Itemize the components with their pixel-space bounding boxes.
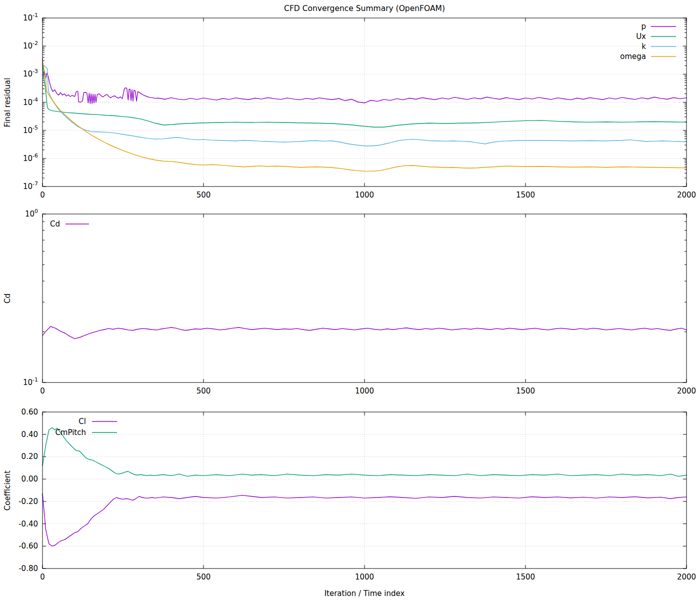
cfd-convergence-figure: 050010001500200010-110-210-310-410-510-6…	[0, 0, 700, 600]
coefficients-y-tick-label: -0.20	[18, 497, 38, 506]
residuals-y-tick-label: 10-3	[23, 68, 38, 78]
residuals-y-tick-label: 10-4	[23, 96, 38, 107]
figure-title: CFD Convergence Summary (OpenFOAM)	[284, 4, 445, 13]
residuals-series-p	[42, 59, 686, 104]
residuals-series-omega	[42, 61, 686, 172]
residuals-x-tick-label: 500	[196, 190, 211, 200]
residuals-series-k	[42, 64, 686, 146]
residuals-x-tick-label: 1500	[516, 190, 535, 200]
cd-x-tick-label: 0	[40, 386, 45, 396]
residuals-y-axis-label: Final residual	[3, 78, 12, 128]
coefficients-y-tick-label: -0.40	[18, 520, 38, 528]
cd-x-tick-label: 1500	[516, 386, 535, 396]
coefficients-x-tick-label: 1500	[516, 572, 535, 582]
residuals-legend-label-omega: omega	[620, 52, 646, 61]
residuals-x-tick-label: 0	[40, 190, 45, 200]
coefficients-x-tick-label: 500	[196, 572, 211, 582]
cd-series-Cd	[42, 326, 686, 338]
cd-y-tick-label: 100	[25, 208, 38, 218]
cd-y-tick-label: 10-1	[23, 376, 38, 387]
coefficients-y-tick-label: 0.60	[22, 408, 38, 416]
cd-x-tick-label: 500	[196, 386, 211, 396]
coefficients-x-tick-label: 2000	[677, 572, 696, 582]
residuals-panel: 050010001500200010-110-210-310-410-510-6…	[23, 12, 696, 200]
cd-y-axis-label: Cd	[3, 294, 12, 304]
residuals-y-tick-label: 10-1	[23, 12, 38, 22]
coefficients-y-axis-label: Coefficient	[3, 470, 12, 511]
coefficients-panel: 05001000150020000.600.400.200.00-0.20-0.…	[18, 408, 696, 582]
cd-legend-label-Cd: Cd	[50, 220, 60, 228]
coefficients-y-tick-label: -0.80	[18, 564, 38, 573]
residuals-y-tick-label: 10-5	[23, 124, 38, 135]
coefficients-legend-label-CmPitch: CmPitch	[55, 428, 86, 437]
residuals-y-tick-label: 10-7	[23, 180, 38, 191]
coefficients-y-tick-label: 0.20	[22, 452, 38, 461]
cd-x-tick-label: 2000	[677, 386, 696, 396]
cd-x-tick-label: 1000	[355, 386, 374, 396]
residuals-legend-label-p: p	[641, 22, 646, 31]
residuals-x-tick-label: 2000	[677, 190, 696, 200]
coefficients-y-tick-label: 0.00	[22, 474, 38, 484]
coefficients-y-tick-label: -0.60	[18, 542, 38, 550]
coefficients-y-tick-label: 0.40	[22, 430, 38, 439]
residuals-x-tick-label: 1000	[355, 190, 374, 200]
coefficients-x-tick-label: 1000	[355, 572, 374, 582]
residuals-y-tick-label: 10-6	[23, 152, 38, 163]
coefficients-legend-label-Cl: Cl	[78, 417, 86, 426]
residuals-legend-label-k: k	[642, 42, 646, 51]
residuals-legend-label-Ux: Ux	[636, 32, 646, 41]
x-axis-label: Iteration / Time index	[324, 589, 405, 598]
coefficients-series-CmPitch	[42, 428, 686, 476]
panels-group: 050010001500200010-110-210-310-410-510-6…	[18, 12, 696, 582]
cd-panel: 050010001500200010010-1Cd	[23, 208, 696, 396]
residuals-y-tick-label: 10-2	[23, 40, 38, 50]
coefficients-x-tick-label: 0	[40, 572, 45, 582]
plots-svg: 050010001500200010-110-210-310-410-510-6…	[0, 0, 700, 600]
residuals-series-Ux	[42, 63, 686, 127]
